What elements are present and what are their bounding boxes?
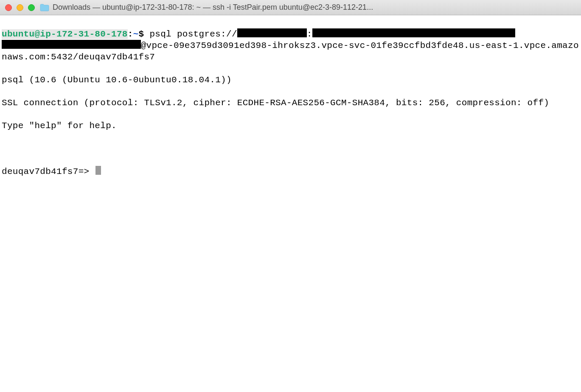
prompt-path: ~ [133, 29, 139, 39]
terminal-line: SSL connection (protocol: TLSv1.2, ciphe… [2, 97, 579, 109]
prompt-symbol: $ [139, 29, 144, 39]
terminal-viewport[interactable]: ubuntu@ip-172-31-80-178:~$ psql postgres… [0, 15, 581, 190]
help-hint: Type "help" for help. [2, 121, 117, 131]
psql-version: psql (10.6 (Ubuntu 10.6-0ubuntu0.18.04.1… [2, 75, 232, 85]
redacted-username [237, 28, 307, 37]
redacted-password-part1 [312, 28, 516, 37]
minimize-window-button[interactable] [17, 4, 23, 11]
psql-prompt: deuqav7db41fs7=> [2, 167, 95, 176]
window-titlebar: Downloads — ubuntu@ip-172-31-80-178: ~ —… [0, 0, 581, 15]
terminal-line: Type "help" for help. [2, 120, 579, 132]
command-prefix: psql postgres:// [149, 29, 237, 39]
folder-icon [40, 4, 49, 11]
close-window-button[interactable] [5, 4, 12, 11]
terminal-line: ubuntu@ip-172-31-80-178:~$ psql postgres… [2, 28, 579, 63]
ssl-connection-info: SSL connection (protocol: TLSv1.2, ciphe… [2, 98, 549, 108]
prompt-user-host: ubuntu@ip-172-31-80-178 [2, 29, 128, 39]
terminal-cursor [95, 166, 101, 175]
traffic-lights [5, 4, 35, 11]
colon-sep: : [307, 29, 312, 39]
redacted-password-part2 [2, 40, 141, 49]
fullscreen-window-button[interactable] [28, 4, 35, 11]
terminal-line: psql (10.6 (Ubuntu 10.6-0ubuntu0.18.04.1… [2, 74, 579, 86]
terminal-line: deuqav7db41fs7=> [2, 166, 579, 177]
terminal-line [2, 143, 579, 154]
window-title: Downloads — ubuntu@ip-172-31-80-178: ~ —… [53, 3, 373, 12]
prompt-separator: : [128, 29, 133, 39]
